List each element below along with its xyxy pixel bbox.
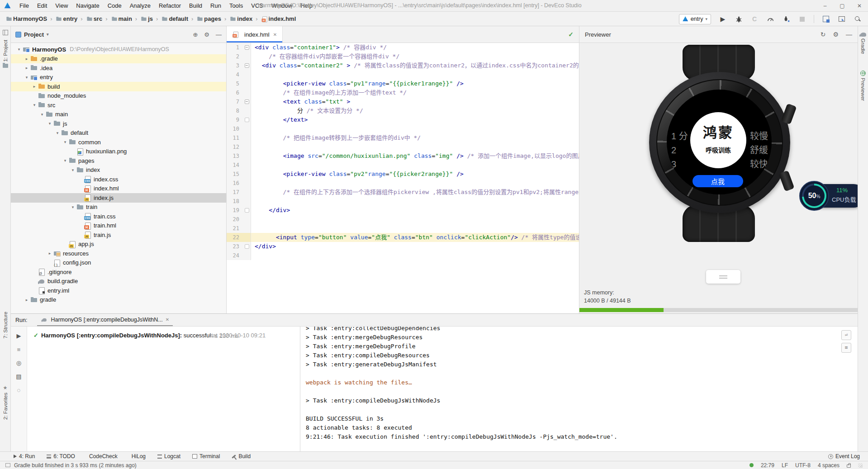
tree-toggle-icon[interactable]: ▾: [15, 47, 23, 52]
tree-row[interactable]: ▾ index: [11, 166, 226, 175]
layout-button[interactable]: ▤: [16, 374, 21, 379]
code-line[interactable]: 10: [227, 124, 579, 133]
settings-button[interactable]: ⚙: [204, 31, 209, 38]
code-line[interactable]: 8 分 /* 文本设置为分 */: [227, 106, 579, 115]
tree-toggle-icon[interactable]: ▸: [31, 84, 38, 89]
menu-item[interactable]: Navigate: [72, 2, 103, 9]
tree-row[interactable]: ▸ gradle: [11, 295, 226, 305]
tool-window-button[interactable]: Logcat: [157, 453, 180, 460]
tree-row[interactable]: ▾ pages: [11, 156, 226, 166]
tree-toggle-icon[interactable]: ▾: [69, 205, 76, 209]
status-item[interactable]: UTF-8: [795, 462, 811, 469]
code-area[interactable]: 1<div class="container1"> /* 容器div */2 /…: [227, 43, 579, 260]
coverage-button[interactable]: C: [750, 15, 759, 23]
tree-row[interactable]: ▾ main: [11, 110, 226, 119]
sdk-manager-button[interactable]: [838, 15, 846, 23]
previewer-settings-button[interactable]: ⚙: [833, 31, 839, 38]
tool-window-button[interactable]: CodeCheck: [87, 453, 118, 460]
tree-row[interactable]: ▾ train: [11, 203, 226, 212]
code-line[interactable]: 15 <picker-view class="pv2"range="{{pick…: [227, 170, 579, 179]
resize-grip[interactable]: [858, 463, 863, 468]
code-line[interactable]: 1<div class="container1"> /* 容器div */: [227, 43, 579, 52]
tree-toggle-icon[interactable]: ▸: [23, 298, 30, 302]
tool-window-button[interactable]: HiLog: [129, 453, 146, 460]
tab-favorites-stripe[interactable]: ★ 2: Favorites: [0, 385, 10, 420]
run-button[interactable]: ▶: [719, 15, 727, 23]
run-result-tree[interactable]: ✓HarmonyOS [:entry:compileDebugJsWithNod…: [27, 327, 300, 451]
picker-item[interactable]: 2: [671, 143, 688, 157]
code-line[interactable]: 23</div>: [227, 242, 579, 251]
tree-row[interactable]: ▾ HarmonyOS D:\Ponfey\Object\HUAWEI\Harm…: [11, 45, 226, 54]
close-window-button[interactable]: ✕: [851, 0, 868, 12]
tree-row[interactable]: ▾ src: [11, 100, 226, 110]
breadcrumb-item[interactable]: main: [111, 15, 141, 23]
tool-window-button[interactable]: Terminal: [192, 453, 220, 460]
profiler-button[interactable]: [766, 15, 774, 23]
tree-row[interactable]: ▾ js: [11, 119, 226, 128]
attach-debugger-button[interactable]: [782, 15, 790, 23]
status-item[interactable]: 4 spaces: [818, 462, 840, 469]
tree-row[interactable]: config.json: [11, 258, 226, 268]
code-line[interactable]: 7 <text class="txt" >: [227, 97, 579, 106]
tree-row[interactable]: ▸ resources: [11, 249, 226, 258]
breadcrumb-item[interactable]: pages: [196, 15, 229, 23]
tab-structure-stripe[interactable]: 7: Structure: [0, 312, 10, 338]
tree-row[interactable]: train.hml: [11, 221, 226, 231]
tree-row[interactable]: train.css: [11, 212, 226, 221]
code-line[interactable]: 19 </div>: [227, 206, 579, 215]
maximize-window-button[interactable]: ▢: [834, 0, 851, 12]
tree-toggle-icon[interactable]: ▸: [46, 251, 53, 256]
breadcrumb-item[interactable]: HarmonyOS: [5, 15, 55, 23]
tool-window-switcher[interactable]: [0, 30, 10, 35]
status-item[interactable]: 22:79: [761, 462, 774, 469]
project-structure-button[interactable]: [822, 15, 830, 23]
menu-item[interactable]: Edit: [33, 2, 51, 9]
scroll-to-end-button[interactable]: ≡: [841, 343, 851, 353]
menu-item[interactable]: Run: [206, 2, 225, 9]
tree-row[interactable]: train.js: [11, 230, 226, 240]
status-message[interactable]: Gradle build finished in 3 s 933 ms (2 m…: [14, 462, 137, 469]
close-tab-icon[interactable]: ✕: [273, 32, 277, 37]
event-log-button[interactable]: Event Log: [828, 453, 860, 460]
tree-toggle-icon[interactable]: ▾: [46, 121, 53, 126]
tree-row[interactable]: build.gradle: [11, 277, 226, 286]
tree-row[interactable]: .gitignore: [11, 267, 226, 277]
rerun-button[interactable]: ▶: [17, 333, 21, 339]
run-tab[interactable]: HarmonyOS [:entry:compileDebugJsWithN...…: [37, 314, 173, 326]
click-me-button[interactable]: 点我: [693, 175, 743, 187]
code-line[interactable]: 17 /* 在组件的上下方各添加一个选择器组件pickerview ,将属性cl…: [227, 188, 579, 197]
tree-toggle-icon[interactable]: ▾: [62, 158, 69, 163]
tree-row[interactable]: entry.iml: [11, 286, 226, 295]
menu-item[interactable]: Analyze: [126, 2, 155, 9]
tree-row[interactable]: ▾ entry: [11, 73, 226, 82]
code-line[interactable]: 24: [227, 251, 579, 260]
breadcrumb-item[interactable]: index: [229, 15, 261, 23]
menu-item[interactable]: View: [51, 2, 72, 9]
menu-item[interactable]: Refactor: [155, 2, 185, 9]
code-line[interactable]: 12: [227, 142, 579, 152]
code-line[interactable]: 4: [227, 70, 579, 79]
breadcrumb-item[interactable]: index.hml: [261, 15, 296, 23]
minimize-window-button[interactable]: –: [816, 0, 834, 12]
tool-window-button[interactable]: 6: TODO: [47, 453, 75, 460]
hide-panel-button[interactable]: —: [216, 31, 222, 38]
tree-toggle-icon[interactable]: ▾: [23, 75, 30, 80]
tree-row[interactable]: ▸ .idea: [11, 63, 226, 73]
tree-toggle-icon[interactable]: ▾: [54, 131, 61, 135]
breadcrumb-item[interactable]: default: [161, 15, 196, 23]
code-line[interactable]: 16: [227, 179, 579, 188]
tool-window-button[interactable]: 4: Run: [14, 453, 35, 460]
code-line[interactable]: 22 <input type="button" value="点我" class…: [227, 233, 579, 242]
code-line[interactable]: 3 <div class="container2" > /* 将属性class的…: [227, 61, 579, 70]
breadcrumb-item[interactable]: src: [86, 15, 111, 23]
tree-row[interactable]: ▾ default: [11, 128, 226, 138]
inspection-ok-icon[interactable]: ✓: [568, 31, 574, 38]
menu-item[interactable]: Tools: [225, 2, 247, 9]
tree-row[interactable]: huxixunlian.png: [11, 147, 226, 156]
code-line[interactable]: 11 /* 把组件image转移到上一步嵌套组件的div中 */: [227, 133, 579, 142]
tree-toggle-icon[interactable]: ▾: [62, 140, 69, 144]
previewer-hide-button[interactable]: —: [846, 31, 852, 38]
breadcrumb-item[interactable]: entry: [55, 15, 85, 23]
lock-icon[interactable]: [847, 464, 851, 468]
tab-previewer-stripe[interactable]: Previewer: [858, 71, 868, 101]
